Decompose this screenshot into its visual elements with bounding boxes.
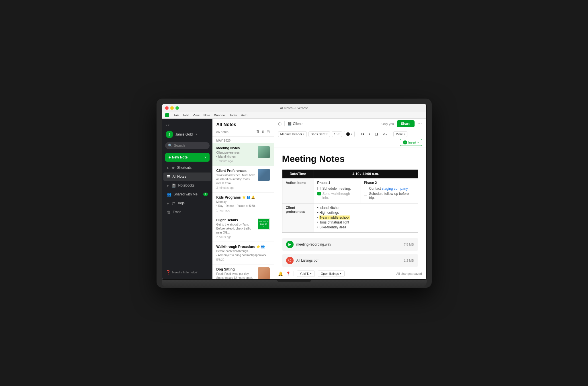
note-item-walkthrough[interactable]: Walkthrough Procedure ⭐ 👥 Before each wa…: [212, 242, 274, 264]
font-color-button[interactable]: A▾: [381, 131, 388, 137]
attachment-pdf[interactable]: ⬡ All Listings.pdf 1.2 MB: [282, 254, 418, 267]
sidebar-help[interactable]: ❓ Need a little help?: [162, 268, 212, 277]
sidebar-item-label-tags: Tags: [177, 201, 185, 205]
editor-toolbar: Medium header ▾ Sans Serif ▾ 16 ▾ ▾: [274, 129, 426, 148]
notes-list-actions: ⇅ ⧉ ⊞: [256, 130, 270, 134]
note-item-client-prefs[interactable]: Client Preferences Yuki's ideal kitchen.…: [212, 166, 274, 193]
note-item-meeting-notes[interactable]: Meeting Notes Client preferences • Islan…: [212, 143, 274, 166]
menu-note[interactable]: Note: [204, 113, 210, 117]
sidebar-item-all-notes[interactable]: ☰ All Notes: [163, 173, 211, 181]
phase2-header: Phase 2: [364, 181, 414, 185]
editor-content[interactable]: Meeting Notes Date/Time 4-19 / 11:00 a.m…: [274, 148, 426, 268]
note-thumbnail: Proceed toGate E7→: [258, 218, 270, 230]
shared-badge: 2: [203, 193, 208, 196]
bold-button[interactable]: B: [360, 131, 366, 137]
new-note-button[interactable]: + New Note ▾: [165, 153, 210, 162]
checkbox-2[interactable]: ✓: [317, 192, 321, 195]
more-dropdown[interactable]: More ▾: [393, 131, 407, 137]
sidebar-user[interactable]: J Jamie Gold ▾: [162, 129, 212, 140]
note-icons: ⭐ 👥: [256, 245, 265, 248]
font-dropdown[interactable]: Sans Serif ▾: [308, 131, 330, 137]
insert-plus-icon: +: [403, 140, 407, 144]
notes-count: 86 notes: [216, 130, 228, 134]
header-style-dropdown[interactable]: Medium header ▾: [278, 131, 307, 137]
prefs-label-text: Client preferences: [286, 206, 305, 214]
sort-icon[interactable]: ⇅: [256, 130, 259, 134]
sidebar-item-trash[interactable]: 🗑 Trash: [163, 208, 211, 216]
italic-button[interactable]: I: [367, 131, 372, 137]
color-chevron: ▾: [351, 133, 352, 136]
help-icon: ❓: [166, 270, 171, 275]
phase2-item-1-label: Contact staging company.: [369, 187, 409, 191]
menu-window[interactable]: Window: [214, 113, 225, 117]
forward-arrow[interactable]: ›: [168, 122, 169, 127]
sidebar-item-label-shared: Shared with Me: [174, 192, 198, 196]
font-label: Sans Serif: [311, 132, 325, 136]
action-items-label: Action Items: [282, 178, 314, 203]
attachment-audio[interactable]: ▶ meeting-recording.wav 7.5 MB: [282, 238, 418, 251]
new-note-plus: +: [169, 155, 171, 160]
color-dropdown[interactable]: ▾: [344, 131, 355, 137]
more-options-icon[interactable]: ⋯: [417, 121, 422, 126]
filter-icon[interactable]: ⧉: [262, 130, 264, 134]
menu-bar: File Edit View Note Window Tools Help: [162, 112, 426, 119]
note-info: Walkthrough Procedure ⭐ 👥 Before each wa…: [216, 245, 270, 261]
underline-button[interactable]: U: [374, 131, 380, 137]
size-dropdown[interactable]: 16 ▾: [332, 131, 342, 137]
location-footer-icon[interactable]: 📍: [286, 271, 291, 276]
tags-icon: 🏷: [171, 201, 175, 205]
trash-icon: 🗑: [167, 210, 171, 214]
menu-edit[interactable]: Edit: [183, 113, 189, 117]
open-listings-dropdown[interactable]: Open listings ▾: [318, 271, 345, 277]
pdf-filename: All Listings.pdf: [296, 258, 401, 262]
menu-tools[interactable]: Tools: [229, 113, 237, 117]
note-thumbnail: [258, 169, 270, 181]
sidebar-search[interactable]: 🔍 Search: [165, 142, 210, 149]
minimize-button[interactable]: [170, 106, 174, 110]
editor-back-icon[interactable]: ⬡: [278, 122, 282, 126]
menu-file[interactable]: File: [174, 113, 179, 117]
insert-button[interactable]: + Insert ▾: [400, 139, 422, 146]
view-icon[interactable]: ⊞: [267, 130, 270, 134]
more-chevron: ▾: [404, 133, 405, 136]
staging-link[interactable]: staging company.: [382, 187, 409, 191]
bell-footer-icon[interactable]: 🔔: [278, 271, 283, 276]
note-item-kids-programs[interactable]: Kids Programs ⭐ 👥 🔔 Monday • Ray - Dance…: [212, 193, 274, 215]
note-info: Client Preferences Yuki's ideal kitchen.…: [216, 169, 255, 189]
share-button[interactable]: Share: [397, 120, 414, 127]
note-time: 2 hours ago: [216, 236, 255, 239]
note-preview: Monday • Ray - Dance - Pickup at 5:30.: [216, 200, 270, 208]
footer-user-label: Yuki T.: [300, 272, 309, 275]
note-item-flight-details[interactable]: Flight Details Get to the airport by 7am…: [212, 215, 274, 242]
phase1-cell: Phase 1 Schedule meeting. ✓ Send walkthr…: [314, 178, 360, 203]
pref-item-5: Bike-friendly area: [317, 225, 414, 229]
sidebar-item-shortcuts[interactable]: ▶ ★ Shortcuts: [163, 164, 211, 172]
note-preview: Food: Feed twice per day. Space meals 12…: [216, 272, 255, 280]
menu-help[interactable]: Help: [241, 113, 247, 117]
checkbox-1[interactable]: [317, 187, 321, 190]
note-title: Flight Details: [216, 218, 255, 222]
pref-highlight: Near middle school: [319, 215, 350, 220]
back-arrow[interactable]: ‹: [166, 122, 167, 127]
sidebar-item-tags[interactable]: ▶ 🏷 Tags: [163, 199, 211, 207]
note-thumbnail: [258, 267, 270, 279]
menu-view[interactable]: View: [193, 113, 200, 117]
note-item-dog-sitting[interactable]: Dog Sitting Food: Feed twice per day. Sp…: [212, 264, 274, 280]
note-info: Kids Programs ⭐ 👥 🔔 Monday • Ray - Dance…: [216, 195, 270, 212]
notebook-label[interactable]: 📓 Clients: [288, 122, 304, 126]
laptop-base: [162, 280, 427, 288]
prefs-label: Client preferences: [282, 203, 314, 232]
close-button[interactable]: [165, 106, 169, 110]
sidebar-item-notebooks[interactable]: ▶ 📓 Notebooks: [163, 181, 211, 190]
maximize-button[interactable]: [175, 106, 179, 110]
table-header-value: 4-19 / 11:00 a.m.: [314, 169, 418, 178]
user-dropdown[interactable]: Yuki T. ▾: [297, 271, 315, 277]
checkbox-3[interactable]: [364, 187, 367, 190]
sidebar-nav: ‹ ›: [162, 121, 212, 129]
sidebar-item-shared[interactable]: 👥 Shared with Me 2: [163, 190, 211, 199]
audio-filesize: 7.5 MB: [404, 243, 414, 246]
note-title: Walkthrough Procedure ⭐ 👥: [216, 245, 270, 249]
checkbox-4[interactable]: [364, 192, 367, 195]
phase2-item-2: Schedule follow-up before trip.: [364, 192, 414, 200]
only-you-label: Only you: [382, 122, 394, 126]
